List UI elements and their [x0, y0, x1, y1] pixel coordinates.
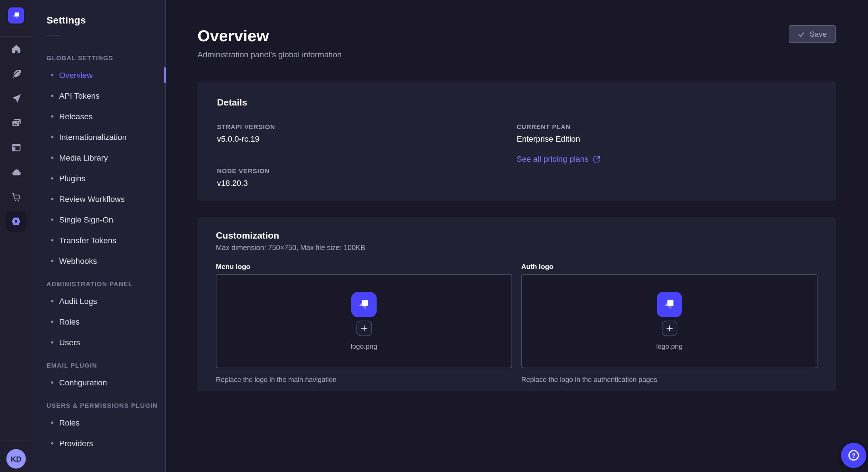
layout-icon [11, 142, 22, 153]
subnav-title-rule [47, 36, 61, 36]
cart-icon [11, 191, 22, 202]
help-button[interactable]: ? [841, 443, 866, 468]
sidebar-item-internationalization[interactable]: Internationalization [32, 127, 165, 147]
save-button[interactable]: Save [789, 25, 836, 43]
strapi-version-label: STRAPI VERSION [217, 123, 517, 130]
external-link-icon [593, 155, 601, 163]
settings-gear-icon [10, 216, 22, 227]
sidebar-item-media-library[interactable]: Media Library [32, 147, 165, 168]
sidebar-item-label: Configuration [59, 378, 107, 387]
sidebar-item-overview[interactable]: Overview [32, 65, 165, 86]
node-version-field: NODE VERSION v18.20.3 [217, 167, 517, 188]
auth-logo-dropzone[interactable]: logo.png [521, 274, 817, 368]
sidebar-item-up-providers[interactable]: Providers [32, 433, 165, 453]
sidebar-item-label: Audit Logs [59, 297, 97, 306]
sidebar-item-label: Single Sign-On [59, 215, 113, 224]
section-label-users-permissions-plugin: USERS & PERMISSIONS PLUGIN [32, 402, 165, 409]
home-icon [11, 43, 22, 54]
user-avatar[interactable]: KD [6, 449, 26, 469]
question-mark-icon: ? [847, 448, 861, 462]
bullet-icon [51, 218, 53, 221]
current-plan-label: CURRENT PLAN [517, 123, 816, 130]
nav-cloud[interactable] [6, 162, 26, 182]
bullet-icon [51, 300, 53, 302]
section-label-email-plugin: EMAIL PLUGIN [32, 362, 165, 369]
sidebar-item-label: Plugins [59, 174, 86, 183]
details-right-column: CURRENT PLAN Enterprise Edition See all … [517, 123, 816, 188]
menu-logo-dropzone[interactable]: logo.png [216, 274, 512, 368]
menu-logo-filename: logo.png [351, 342, 377, 350]
sidebar-item-email-configuration[interactable]: Configuration [32, 372, 165, 393]
sidebar-item-webhooks[interactable]: Webhooks [32, 250, 165, 271]
nav-content-type-builder[interactable] [6, 137, 26, 158]
bullet-icon [51, 157, 53, 159]
sidebar-item-label: Transfer Tokens [59, 236, 116, 245]
bullet-icon [51, 198, 53, 200]
strapi-logo[interactable] [8, 7, 24, 24]
sidebar-item-admin-users[interactable]: Users [32, 332, 165, 353]
menu-logo-label: Menu logo [216, 263, 512, 271]
auth-logo-filename: logo.png [656, 342, 683, 350]
sidebar-item-api-tokens[interactable]: API Tokens [32, 86, 165, 106]
bullet-icon [51, 260, 53, 262]
menu-logo-upload: Menu logo [216, 263, 512, 384]
bullet-icon [51, 422, 53, 424]
bullet-icon [51, 95, 53, 97]
nav-releases[interactable] [6, 88, 26, 108]
page-subtitle: Administration panel’s global informatio… [197, 49, 836, 60]
sidebar-item-label: Overview [59, 71, 93, 80]
strapi-version-field: STRAPI VERSION v5.0.0-rc.19 [217, 123, 517, 143]
customization-card-subtitle: Max dimension: 750×750, Max file size: 1… [216, 244, 817, 252]
customization-card: Customization Max dimension: 750×750, Ma… [197, 217, 836, 391]
auth-logo-label: Auth logo [521, 263, 817, 271]
sidebar-item-label: Review Workflows [59, 194, 125, 204]
media-library-icon [11, 117, 22, 128]
bullet-icon [51, 442, 53, 444]
sidebar-item-up-roles[interactable]: Roles [32, 412, 165, 433]
feather-icon [11, 68, 22, 79]
sidebar-item-label: Releases [59, 112, 93, 121]
section-label-administration-panel: ADMINISTRATION PANEL [32, 280, 165, 287]
avatar-initials: KD [11, 454, 22, 463]
nav-content-manager[interactable] [6, 63, 26, 84]
pricing-plans-link-label: See all pricing plans [517, 154, 589, 164]
strapi-logo-icon [357, 298, 371, 311]
nav-media-library[interactable] [6, 112, 26, 133]
sidebar-item-audit-logs[interactable]: Audit Logs [32, 291, 165, 311]
bullet-icon [51, 341, 53, 343]
auth-logo-add-button[interactable] [662, 321, 677, 336]
sidebar-item-admin-roles[interactable]: Roles [32, 311, 165, 332]
current-plan-field: CURRENT PLAN Enterprise Edition [517, 123, 816, 143]
rail-divider [0, 36, 32, 37]
sidebar-item-label: Roles [59, 418, 80, 427]
strapi-version-value: v5.0.0-rc.19 [217, 134, 517, 143]
sidebar-item-single-sign-on[interactable]: Single Sign-On [32, 209, 165, 230]
node-version-label: NODE VERSION [217, 167, 517, 174]
rail-bottom-divider [0, 440, 32, 440]
strapi-logo-icon [11, 11, 21, 20]
pricing-plans-link[interactable]: See all pricing plans [517, 154, 601, 164]
sidebar-item-label: Internationalization [59, 133, 127, 142]
nav-home[interactable] [6, 38, 26, 59]
bullet-icon [51, 136, 53, 138]
subnav-title: Settings [46, 15, 165, 26]
sidebar-item-transfer-tokens[interactable]: Transfer Tokens [32, 230, 165, 250]
section-label-global-settings: GLOBAL SETTINGS [32, 55, 165, 61]
page-title: Overview [197, 26, 836, 46]
sidebar-item-review-workflows[interactable]: Review Workflows [32, 189, 165, 209]
bullet-icon [51, 115, 53, 117]
bullet-icon [51, 239, 53, 241]
sidebar-item-plugins[interactable]: Plugins [32, 168, 165, 189]
sidebar-item-releases[interactable]: Releases [32, 106, 165, 127]
strapi-logo-icon [662, 298, 676, 311]
svg-text:?: ? [851, 452, 856, 459]
sidebar-item-label: Media Library [59, 153, 108, 162]
bullet-icon [51, 321, 53, 323]
menu-logo-add-button[interactable] [356, 321, 372, 336]
settings-subnav: Settings GLOBAL SETTINGS Overview API To… [32, 0, 166, 472]
menu-logo-preview [351, 292, 377, 317]
nav-settings[interactable] [6, 211, 26, 232]
customization-card-title: Customization [216, 231, 817, 241]
auth-logo-upload: Auth logo [521, 263, 817, 384]
nav-marketplace[interactable] [6, 187, 26, 207]
